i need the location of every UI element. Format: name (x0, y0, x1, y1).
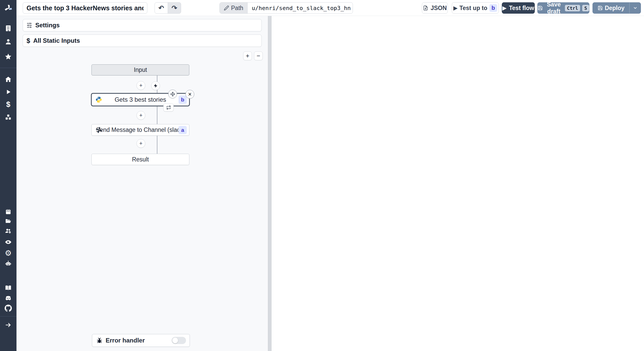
redo-button[interactable]: ↷ (168, 2, 181, 14)
play-icon[interactable] (5, 89, 12, 95)
folder-open-icon[interactable] (5, 218, 11, 224)
book-icon[interactable] (5, 284, 12, 291)
test-up-to-button[interactable]: ▶ Test up to b (452, 2, 499, 14)
add-step-button[interactable]: + (137, 81, 145, 90)
flow-node-step-a[interactable]: Send Message to Channel (slack) a (91, 124, 189, 136)
add-step-button[interactable]: + (137, 139, 145, 148)
deploy-button[interactable]: Deploy (593, 3, 629, 13)
error-handler-label: Error handler (106, 337, 145, 344)
bug-icon (96, 337, 103, 344)
arrow-right-icon[interactable] (5, 322, 12, 328)
home-icon[interactable] (5, 76, 12, 83)
step-b-badge: b (179, 96, 187, 104)
undo-icon: ↶ (158, 5, 164, 11)
path-control[interactable]: Path u/henri/send_to_slack_top3_hn (219, 2, 353, 14)
file-icon (423, 5, 428, 11)
settings-box[interactable]: Settings (23, 19, 262, 31)
step-a-badge: a (179, 126, 187, 134)
user-group-gear-icon[interactable] (5, 228, 12, 234)
github-icon[interactable] (5, 305, 12, 312)
save-icon (538, 5, 543, 11)
topbar: ↶ ↷ Path u/henri/send_to_slack_top3_hn J… (16, 0, 644, 16)
move-step-button[interactable] (168, 90, 177, 98)
add-step-button[interactable]: + (137, 111, 145, 120)
test-flow-label: Test flow (509, 5, 534, 12)
json-button-label: JSON (431, 5, 447, 12)
path-label: Path (231, 5, 243, 12)
sidebar: $ ⚙ (0, 0, 16, 351)
flow-graph-panel: Settings $ All Static Inputs + − Input +… (16, 16, 268, 351)
save-draft-label: Save draft (545, 1, 563, 15)
save-draft-button[interactable]: Save draft CtrlS (537, 2, 589, 14)
flow-title-input[interactable] (23, 2, 147, 14)
flow-node-input-label: Input (134, 66, 147, 73)
kbd-ctrl: Ctrl (565, 5, 580, 11)
script-editor-panel (272, 16, 644, 351)
sliders-icon (27, 22, 32, 28)
zoom-in-button[interactable]: + (243, 52, 252, 60)
sidebar-divider (0, 68, 16, 68)
error-handler-node[interactable]: Error handler (92, 334, 190, 347)
play-icon: ▶ (502, 5, 506, 11)
dollar-icon[interactable]: $ (6, 100, 10, 109)
windmill-logo-icon[interactable] (4, 4, 13, 13)
flow-node-step-a-label: Send Message to Channel (slack) (92, 126, 189, 133)
sidebar-divider (0, 316, 16, 316)
deploy-label: Deploy (605, 5, 625, 12)
step-badge: b (489, 4, 497, 12)
flow-node-result-label: Result (132, 156, 149, 163)
retry-indicator-button[interactable] (163, 103, 174, 112)
test-up-to-label: Test up to (460, 5, 487, 12)
zoom-out-button[interactable]: − (254, 52, 263, 60)
test-flow-button[interactable]: ▶ Test flow (502, 2, 535, 14)
kbd-s: S (582, 5, 589, 11)
flow-node-input[interactable]: Input (91, 64, 189, 75)
save-icon (598, 5, 603, 11)
building-icon[interactable] (5, 25, 12, 32)
path-edit-segment[interactable]: Path (220, 3, 248, 13)
user-icon[interactable] (5, 38, 12, 45)
panel-resize-divider[interactable] (268, 16, 272, 351)
eye-icon[interactable] (5, 239, 12, 246)
star-icon[interactable] (5, 53, 12, 61)
calendar-icon[interactable] (5, 209, 11, 215)
flow-node-result[interactable]: Result (91, 154, 189, 165)
play-icon: ▶ (453, 5, 457, 11)
json-button[interactable]: JSON (422, 2, 448, 14)
discord-icon[interactable] (5, 295, 12, 302)
static-inputs-label: All Static Inputs (33, 37, 80, 44)
delete-step-button[interactable]: × (185, 90, 194, 99)
boxes-icon[interactable] (5, 114, 12, 121)
redo-icon: ↷ (172, 5, 177, 11)
chevron-down-icon (633, 6, 638, 10)
pencil-icon (224, 5, 229, 11)
dollar-icon: $ (27, 37, 30, 45)
move-icon (170, 92, 175, 97)
error-handler-toggle[interactable] (172, 337, 186, 344)
lightning-icon (153, 83, 158, 88)
undo-button[interactable]: ↶ (155, 2, 168, 14)
settings-label: Settings (35, 22, 60, 29)
repeat-icon (166, 105, 171, 110)
trigger-bolt-button[interactable] (151, 81, 160, 90)
static-inputs-box[interactable]: $ All Static Inputs (23, 35, 262, 47)
deploy-button-group: Deploy (592, 2, 641, 14)
settings-gear-icon[interactable]: ⚙ (5, 249, 12, 257)
deploy-dropdown-button[interactable] (629, 3, 641, 13)
robot-icon[interactable] (5, 260, 12, 267)
path-value[interactable]: u/henri/send_to_slack_top3_hn (248, 3, 353, 13)
